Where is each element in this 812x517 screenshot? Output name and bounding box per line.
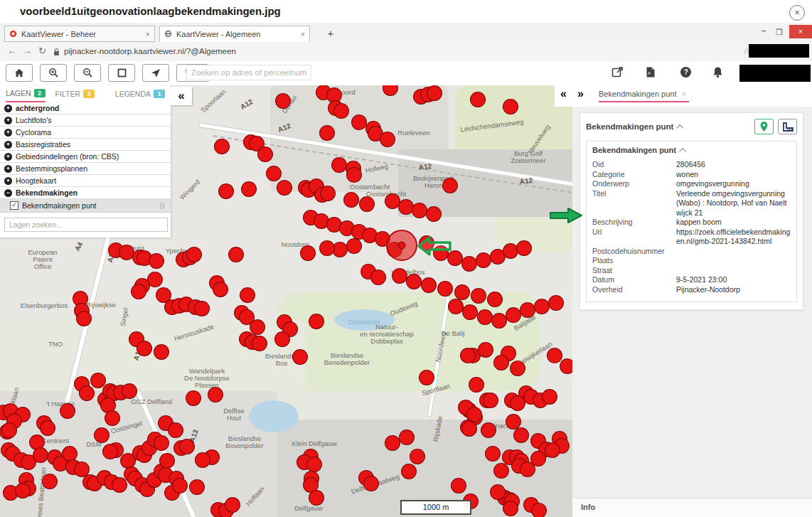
bekendmaking-marker[interactable]: [168, 422, 183, 438]
bekendmaking-marker[interactable]: [471, 288, 486, 304]
bekendmaking-marker[interactable]: [451, 478, 466, 494]
bekendmaking-marker[interactable]: [548, 295, 564, 311]
pdf-export-icon[interactable]: A: [646, 66, 656, 81]
bekendmaking-marker[interactable]: [477, 309, 493, 325]
bekendmaking-marker[interactable]: [137, 341, 152, 356]
bekendmaking-marker[interactable]: [461, 421, 477, 437]
bekendmaking-marker[interactable]: [320, 186, 336, 201]
extent-button[interactable]: [108, 64, 135, 82]
expand-group-icon[interactable]: +: [4, 117, 12, 124]
bekendmaking-marker[interactable]: [370, 270, 386, 285]
bekendmaking-marker[interactable]: [513, 427, 529, 443]
bekendmaking-marker[interactable]: [401, 464, 417, 479]
bekendmaking-marker[interactable]: [112, 477, 127, 493]
bekendmaking-marker[interactable]: [483, 393, 498, 408]
layer-group-row[interactable]: +Gebiedsindelingen (bron: CBS): [0, 151, 171, 163]
layer-checkbox[interactable]: ✓: [10, 201, 18, 210]
zoom-out-button[interactable]: [74, 64, 101, 82]
bekendmaking-marker[interactable]: [300, 245, 316, 261]
bekendmaking-marker[interactable]: [186, 247, 202, 262]
selected-marker[interactable]: [398, 242, 406, 250]
bekendmaking-marker[interactable]: [195, 452, 210, 468]
bekendmaking-marker[interactable]: [131, 284, 146, 299]
bekendmaking-marker[interactable]: [412, 203, 427, 218]
browser-tab-algemeen[interactable]: KaartViewer - Algemeen ×: [159, 26, 310, 42]
tab-lagen[interactable]: LAGEN2: [6, 85, 46, 102]
bekendmaking-marker[interactable]: [493, 355, 509, 371]
bekendmaking-marker[interactable]: [319, 125, 335, 141]
expand-group-icon[interactable]: +: [4, 105, 12, 112]
bekendmaking-marker[interactable]: [426, 206, 442, 222]
layer-group-row[interactable]: −Bekendmakingen: [0, 187, 171, 199]
bekendmaking-marker[interactable]: [516, 240, 532, 256]
bekendmaking-marker[interactable]: [241, 181, 257, 197]
bekendmaking-marker[interactable]: [493, 463, 509, 479]
bekendmaking-marker[interactable]: [506, 307, 521, 323]
bekendmaking-marker[interactable]: [410, 449, 425, 464]
bekendmaking-marker[interactable]: [76, 311, 92, 326]
bekendmaking-marker[interactable]: [105, 410, 120, 426]
layer-group-row[interactable]: +achtergrond: [0, 102, 171, 114]
feature-tab[interactable]: Bekendmakingen punt ×: [599, 90, 689, 102]
browser-tab-beheer[interactable]: KaartViewer - Beheer ×: [4, 26, 155, 42]
bekendmaking-marker[interactable]: [122, 383, 137, 399]
bekendmaking-marker[interactable]: [79, 385, 95, 401]
bekendmaking-marker[interactable]: [520, 302, 535, 318]
bekendmaking-marker[interactable]: [419, 370, 434, 385]
expand-group-icon[interactable]: +: [4, 153, 12, 161]
expand-group-icon[interactable]: +: [4, 177, 12, 185]
forward-icon[interactable]: →: [23, 46, 32, 56]
layer-group-row[interactable]: +Luchtfoto's: [0, 114, 171, 127]
bekendmaking-marker[interactable]: [470, 92, 486, 107]
info-bar[interactable]: Info: [572, 498, 812, 517]
bekendmaking-marker[interactable]: [159, 453, 175, 469]
bekendmaking-marker[interactable]: [240, 287, 255, 303]
bekendmaking-marker[interactable]: [154, 344, 169, 360]
expand-group-icon[interactable]: +: [4, 165, 12, 173]
bekendmaking-marker[interactable]: [154, 435, 169, 451]
bekendmaking-marker[interactable]: [1, 422, 17, 438]
feature-card-header[interactable]: Bekendmakingen punt: [586, 119, 797, 134]
bekendmaking-marker[interactable]: [487, 292, 503, 307]
bekendmaking-marker[interactable]: [252, 336, 267, 351]
notifications-icon[interactable]: [712, 66, 723, 81]
bekendmaking-marker[interactable]: [542, 389, 557, 405]
layer-group-row[interactable]: +Bestemmingsplannen: [0, 163, 171, 175]
layer-options-icon[interactable]: ⟩⟩: [159, 202, 165, 210]
bekendmaking-marker[interactable]: [478, 342, 493, 358]
back-icon[interactable]: ←: [7, 46, 16, 56]
reload-icon[interactable]: ↻: [38, 46, 46, 56]
bekendmaking-marker[interactable]: [186, 390, 201, 406]
expand-group-icon[interactable]: +: [4, 129, 12, 137]
window-close-button[interactable]: ×: [789, 25, 812, 38]
bekendmaking-marker[interactable]: [363, 476, 379, 491]
bekendmaking-marker[interactable]: [194, 301, 210, 316]
bekendmaking-marker[interactable]: [333, 103, 349, 119]
bekendmaking-marker[interactable]: [448, 299, 464, 314]
bekendmaking-marker[interactable]: [545, 442, 560, 458]
open-external-icon[interactable]: [611, 66, 624, 81]
bekendmaking-marker[interactable]: [309, 490, 324, 506]
bekendmaking-marker[interactable]: [437, 281, 453, 297]
feature-tab-close-icon[interactable]: ×: [682, 90, 686, 98]
bekendmaking-marker[interactable]: [346, 167, 362, 183]
bekendmaking-marker[interactable]: [547, 348, 562, 363]
bekendmaking-marker[interactable]: [179, 439, 195, 454]
layer-group-row[interactable]: +Basisregistraties: [0, 139, 171, 151]
bekendmaking-marker[interactable]: [331, 157, 347, 173]
bekendmaking-marker[interactable]: [469, 377, 484, 393]
bekendmaking-marker[interactable]: [94, 427, 109, 443]
bekendmaking-marker[interactable]: [503, 99, 518, 114]
collapse-group-icon[interactable]: −: [4, 189, 12, 197]
bekendmaking-marker[interactable]: [266, 166, 282, 181]
search-input[interactable]: [186, 65, 311, 80]
bekendmaking-marker[interactable]: [346, 238, 362, 254]
bekendmaking-marker[interactable]: [189, 479, 205, 495]
layer-row[interactable]: ✓Bekendmakingen punt⟩⟩: [0, 199, 171, 213]
new-tab-button[interactable]: +: [321, 27, 340, 41]
bekendmaking-marker[interactable]: [292, 349, 308, 365]
bekendmaking-marker[interactable]: [309, 314, 324, 329]
bekendmaking-marker[interactable]: [257, 146, 273, 162]
bekendmaking-marker[interactable]: [147, 272, 163, 287]
bekendmaking-marker[interactable]: [406, 274, 422, 289]
